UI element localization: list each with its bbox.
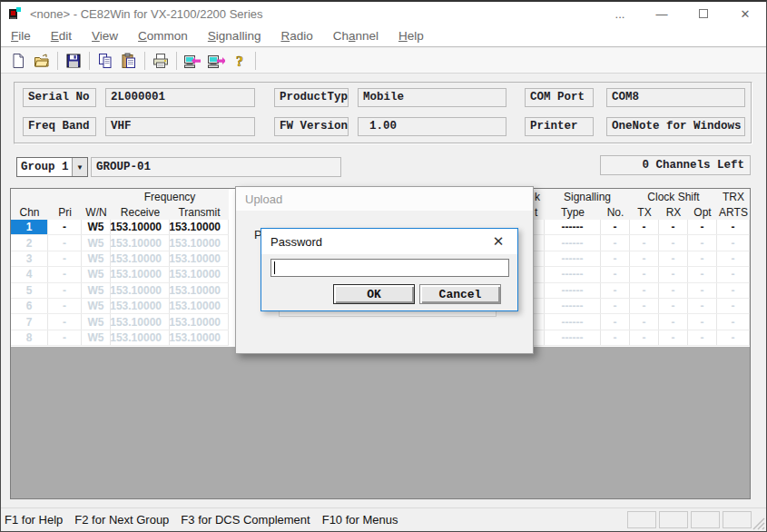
table-cell[interactable]: 153.10000 <box>111 251 170 266</box>
table-cell[interactable]: - <box>630 267 659 281</box>
resize-grip[interactable] <box>752 517 765 530</box>
table-cell[interactable]: W5 <box>82 220 111 234</box>
menu-item-file[interactable]: File <box>1 26 41 45</box>
table-cell[interactable]: - <box>688 235 717 250</box>
table-cell[interactable]: - <box>688 267 717 281</box>
table-row[interactable]: 6-W5153.10000153.10000 <box>11 299 229 314</box>
menu-item-help[interactable]: Help <box>388 26 434 45</box>
table-cell[interactable]: - <box>659 330 688 345</box>
table-cell[interactable]: 153.10000 <box>170 267 229 281</box>
table-cell[interactable]: - <box>659 267 688 281</box>
table-cell[interactable]: - <box>601 235 630 250</box>
table-cell[interactable]: 8 <box>11 330 48 345</box>
table-cell[interactable]: - <box>48 299 82 313</box>
menu-item-radio[interactable]: Radio <box>270 26 322 45</box>
table-cell[interactable]: - <box>688 314 717 329</box>
download-from-radio-button[interactable] <box>204 50 228 72</box>
table-cell[interactable]: ------ <box>545 299 601 313</box>
table-cell[interactable]: - <box>48 220 82 234</box>
table-cell[interactable]: ------ <box>545 251 601 266</box>
table-cell[interactable]: 153.10000 <box>111 283 170 298</box>
table-cell[interactable]: - <box>717 235 750 250</box>
table-cell[interactable]: W5 <box>82 314 111 329</box>
table-cell[interactable]: ------ <box>545 314 601 329</box>
table-cell[interactable]: - <box>601 283 630 298</box>
table-cell[interactable]: 1 <box>11 220 48 234</box>
paste-button[interactable] <box>117 50 141 72</box>
table-cell[interactable]: - <box>601 267 630 281</box>
table-cell[interactable] <box>533 251 545 266</box>
table-cell[interactable]: - <box>659 299 688 313</box>
table-cell[interactable]: 153.10000 <box>170 330 229 345</box>
table-row[interactable]: ----------- <box>533 251 750 267</box>
table-cell[interactable]: 3 <box>11 251 48 266</box>
table-row[interactable]: ----------- <box>533 235 750 251</box>
copy-button[interactable] <box>93 50 117 72</box>
table-row[interactable]: ----------- <box>533 314 750 330</box>
table-cell[interactable]: - <box>717 314 750 329</box>
cancel-button[interactable]: Cancel <box>419 284 501 304</box>
table-cell[interactable]: - <box>48 251 82 266</box>
print-button[interactable] <box>149 50 172 72</box>
table-cell[interactable]: W5 <box>82 330 111 345</box>
table-row[interactable]: 7-W5153.10000153.10000 <box>11 314 229 330</box>
group-selector[interactable]: Group 1 ▼ <box>16 157 88 177</box>
table-cell[interactable]: 153.10000 <box>170 283 229 298</box>
password-input[interactable] <box>270 259 509 277</box>
new-file-button[interactable] <box>6 50 30 72</box>
table-cell[interactable]: 153.10000 <box>170 251 229 266</box>
table-row[interactable]: 8-W5153.10000153.10000 <box>11 330 229 346</box>
table-cell[interactable]: - <box>688 251 717 266</box>
table-cell[interactable]: 153.10000 <box>111 267 170 281</box>
table-cell[interactable]: - <box>601 330 630 345</box>
table-cell[interactable]: - <box>630 283 659 298</box>
upload-dialog-titlebar[interactable]: Upload <box>236 187 533 211</box>
table-cell[interactable]: W5 <box>82 283 111 298</box>
maximize-button[interactable] <box>683 2 724 25</box>
table-cell[interactable]: - <box>601 220 630 234</box>
table-cell[interactable]: - <box>717 299 750 313</box>
table-cell[interactable] <box>533 220 545 234</box>
table-cell[interactable]: - <box>630 330 659 345</box>
table-cell[interactable]: - <box>630 299 659 313</box>
upload-to-radio-button[interactable] <box>181 50 204 72</box>
close-button[interactable]: ✕ <box>724 2 766 25</box>
table-cell[interactable]: - <box>659 235 688 250</box>
table-cell[interactable]: 153.10000 <box>111 235 170 250</box>
table-cell[interactable]: - <box>630 220 659 234</box>
table-cell[interactable]: W5 <box>82 299 111 313</box>
table-cell[interactable]: 7 <box>11 314 48 329</box>
table-cell[interactable]: - <box>659 283 688 298</box>
password-dialog-titlebar[interactable]: Password <box>261 229 517 254</box>
table-cell[interactable]: - <box>48 283 82 298</box>
table-cell[interactable]: - <box>48 235 82 250</box>
table-cell[interactable]: - <box>630 235 659 250</box>
table-cell[interactable]: 153.10000 <box>170 299 229 313</box>
open-file-button[interactable] <box>30 50 54 72</box>
table-cell[interactable]: - <box>630 251 659 266</box>
table-row[interactable]: ----------- <box>533 283 750 299</box>
table-cell[interactable]: - <box>601 299 630 313</box>
table-cell[interactable] <box>533 330 545 345</box>
table-cell[interactable]: - <box>48 330 82 345</box>
table-cell[interactable]: ------ <box>545 220 601 234</box>
table-cell[interactable]: - <box>717 330 750 345</box>
table-cell[interactable]: 4 <box>11 267 48 281</box>
menu-item-channel[interactable]: Channel <box>323 26 388 45</box>
minimize-button[interactable]: — <box>641 2 683 25</box>
table-cell[interactable]: 153.10000 <box>111 220 170 234</box>
table-row[interactable]: ----------- <box>533 267 750 282</box>
table-cell[interactable]: - <box>659 220 688 234</box>
table-cell[interactable]: - <box>48 314 82 329</box>
table-row[interactable]: 1-W5153.10000153.10000 <box>11 220 229 235</box>
table-cell[interactable] <box>533 235 545 250</box>
menu-item-common[interactable]: Common <box>128 26 198 45</box>
table-row[interactable]: ----------- <box>533 330 750 346</box>
table-cell[interactable]: - <box>688 220 717 234</box>
table-cell[interactable]: 153.10000 <box>111 330 170 345</box>
table-row[interactable]: 4-W5153.10000153.10000 <box>11 267 229 282</box>
table-cell[interactable]: - <box>717 283 750 298</box>
table-cell[interactable] <box>533 267 545 281</box>
menu-item-signalling[interactable]: Signalling <box>198 26 271 45</box>
table-cell[interactable]: - <box>688 299 717 313</box>
